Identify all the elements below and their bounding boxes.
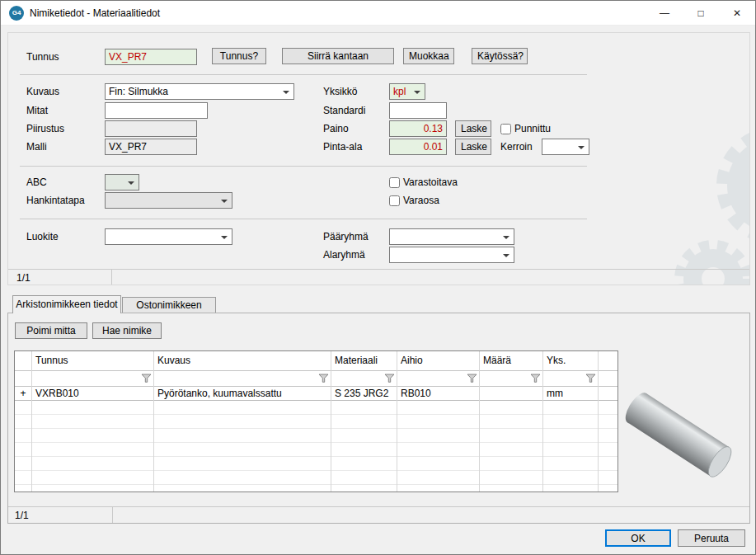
column-divider (598, 351, 599, 492)
alaryhma-label: Alaryhmä (323, 247, 365, 263)
varastoitava-label: Varastoitava (403, 176, 458, 188)
kerroin-label: Kerroin (500, 139, 533, 155)
luokite-label: Luokite (26, 228, 59, 245)
filter-funnel-icon[interactable] (530, 374, 541, 383)
maximize-icon[interactable]: □ (683, 1, 719, 26)
header-expand (15, 351, 31, 370)
cell-kuvaus: Pyörötanko, kuumavalssattu (153, 387, 331, 400)
pinta-ala-label: Pinta-ala (323, 139, 362, 155)
header-maara[interactable]: Määrä (479, 351, 542, 370)
cancel-button[interactable]: Peruuta (678, 529, 745, 547)
header-yks[interactable]: Yks. (542, 351, 598, 370)
kuvaus-label: Kuvaus (26, 83, 59, 100)
laske-pinta-ala-button[interactable]: Laske (455, 139, 491, 155)
items-table: Tunnus Kuvaus Materiaali Aihio Määrä Yks… (14, 350, 618, 492)
table-filter-row (15, 371, 617, 387)
malli-input[interactable] (105, 139, 197, 155)
punnittu-checkbox[interactable] (500, 124, 511, 134)
kuvaus-select[interactable]: Fin: Silmukka (105, 83, 294, 100)
laske-paino-button[interactable]: Laske (455, 120, 491, 137)
mitat-label: Mitat (26, 102, 48, 119)
yksikko-select[interactable]: kpl (389, 83, 425, 100)
abc-select[interactable] (105, 174, 139, 190)
app-icon: G4 (9, 6, 24, 21)
varaosa-label: Varaosa (403, 195, 439, 206)
filter-funnel-icon[interactable] (141, 374, 152, 383)
paaryhma-select[interactable] (389, 228, 514, 245)
filter-tunnus (31, 371, 153, 386)
filter-materiaali (331, 371, 397, 386)
material-form-panel: Tunnus Tunnus? Siirrä kantaan Muokkaa Kä… (7, 32, 750, 285)
separator (20, 219, 587, 219)
tab-ostonimikkeen-tiedot[interactable]: Ostonimikkeen tiedot (122, 297, 216, 313)
piirustus-input[interactable] (105, 120, 197, 137)
close-icon[interactable]: ✕ (719, 1, 755, 26)
yksikko-label: Yksikkö (323, 83, 357, 100)
table-header-row: Tunnus Kuvaus Materiaali Aihio Määrä Yks… (15, 351, 617, 371)
filter-funnel-icon[interactable] (467, 374, 477, 383)
header-spacer (598, 351, 617, 370)
kaytossa-button[interactable]: Käytössä? (472, 48, 528, 64)
paino-label: Paino (323, 120, 349, 137)
table-empty-rows (15, 401, 617, 492)
varaosa-checkbox[interactable] (389, 195, 400, 206)
titlebar: G4 Nimiketiedot - Materiaalitiedot — □ ✕ (1, 1, 755, 26)
ok-button[interactable]: OK (605, 529, 671, 547)
separator (20, 74, 587, 75)
minimize-icon[interactable]: — (646, 1, 683, 26)
pinta-ala-input[interactable] (389, 139, 447, 155)
tunnus-label: Tunnus (26, 49, 59, 65)
siirra-kantaan-button[interactable]: Siirrä kantaan (282, 48, 394, 64)
muokkaa-button[interactable]: Muokkaa (403, 48, 454, 64)
luokite-select[interactable] (105, 228, 232, 245)
malli-label: Malli (26, 139, 47, 155)
kerroin-select[interactable] (542, 139, 589, 155)
filter-kuvaus (153, 371, 331, 386)
tunnus-input[interactable] (105, 49, 197, 65)
rod-preview-image (618, 386, 746, 489)
varastoitava-checkbox-row: Varastoitava (389, 176, 458, 189)
column-divider (479, 351, 480, 492)
varastoitava-checkbox[interactable] (389, 177, 400, 188)
standardi-label: Standardi (323, 102, 365, 119)
standardi-input[interactable] (389, 102, 447, 119)
filter-funnel-icon[interactable] (585, 374, 596, 383)
column-divider (331, 351, 331, 492)
tab-arkistonimikkeen-tiedot[interactable]: Arkistonimikkeen tiedot (12, 295, 121, 313)
pager-divider (8, 269, 749, 270)
arkistonimike-tab-page: Poimi mitta Hae nimike Tunnus Kuvaus Mat… (7, 313, 750, 524)
pager-divider (8, 506, 749, 507)
header-aihio[interactable]: Aihio (397, 351, 479, 370)
column-divider (397, 351, 397, 492)
row-expand-toggle[interactable]: + (15, 387, 31, 400)
column-divider (31, 351, 32, 492)
punnittu-label: Punnittu (514, 123, 551, 134)
cell-materiaali: S 235 JRG2 (331, 387, 397, 400)
tunnus-question-button[interactable]: Tunnus? (212, 48, 266, 64)
nimiketiedot-dialog: G4 Nimiketiedot - Materiaalitiedot — □ ✕… (0, 0, 756, 555)
alaryhma-select[interactable] (389, 247, 514, 263)
cell-spacer (598, 387, 617, 400)
gear-watermark (668, 91, 750, 285)
header-kuvaus[interactable]: Kuvaus (153, 351, 331, 370)
hae-nimike-button[interactable]: Hae nimike (92, 322, 162, 339)
varaosa-checkbox-row: Varaosa (389, 194, 439, 207)
pager-divider-vertical (112, 506, 113, 523)
poimi-mitta-button[interactable]: Poimi mitta (15, 322, 87, 339)
filter-expand (15, 371, 31, 386)
filter-funnel-icon[interactable] (318, 374, 329, 383)
table-row[interactable]: + VXRB010 Pyörötanko, kuumavalssattu S 2… (15, 387, 617, 401)
cell-maara (479, 387, 542, 400)
form-pager: 1/1 (16, 270, 31, 285)
filter-aihio (397, 371, 479, 386)
punnittu-checkbox-row: Punnittu (500, 122, 551, 135)
cell-yks: mm (542, 387, 598, 400)
hankintatapa-select[interactable] (105, 192, 232, 209)
cell-aihio: RB010 (397, 387, 479, 400)
filter-funnel-icon[interactable] (384, 374, 395, 383)
mitat-input[interactable] (105, 102, 208, 119)
header-tunnus[interactable]: Tunnus (31, 351, 153, 370)
header-materiaali[interactable]: Materiaali (331, 351, 397, 370)
pager-divider-vertical (111, 269, 112, 285)
paino-input[interactable] (389, 120, 447, 137)
